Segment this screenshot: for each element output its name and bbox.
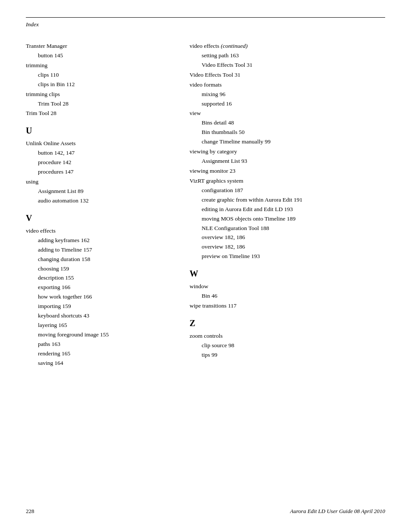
section-letter-v: V: [26, 213, 172, 223]
index-entry: editing in Aurora Edit and Edit LD 193: [190, 205, 385, 214]
index-entry: overview 182, 186: [190, 243, 385, 252]
index-entry: wipe transitions 117: [190, 302, 385, 311]
index-entry: video effects: [26, 227, 172, 236]
index-entry: Video Effects Tool 31: [190, 61, 385, 70]
index-entry: preview on Timeline 193: [190, 252, 385, 261]
section-letter-u: U: [26, 126, 172, 136]
index-entry: setting path 163: [190, 51, 385, 60]
index-entry: description 155: [26, 274, 172, 283]
index-entry: procedure 142: [26, 158, 172, 167]
index-entry: Bin 46: [190, 292, 385, 301]
index-entry: configuration 187: [190, 186, 385, 195]
section-letter-z: Z: [190, 318, 385, 328]
index-entry: changing duration 158: [26, 255, 172, 264]
index-entry: tips 99: [190, 351, 385, 360]
index-entry: zoom controls: [190, 332, 385, 341]
index-entry: change Timeline manually 99: [190, 137, 385, 146]
index-entry: rendering 165: [26, 349, 172, 358]
index-entry: importing 159: [26, 302, 172, 311]
index-entry: mixing 96: [190, 90, 385, 99]
index-entry: Assignment List 93: [190, 157, 385, 166]
index-entry: keyboard shortcuts 43: [26, 311, 172, 320]
index-entry: procedures 147: [26, 168, 172, 177]
index-entry: clips in Bin 112: [26, 80, 172, 89]
index-entry: window: [190, 282, 385, 291]
index-entry: Bins detail 48: [190, 118, 385, 128]
page-footer: 228 Aurora Edit LD User Guide 08 April 2…: [26, 508, 385, 515]
index-entry: adding to Timeline 157: [26, 246, 172, 255]
index-entry: paths 163: [26, 340, 172, 349]
index-entry: trimming clips: [26, 90, 172, 99]
index-entry: choosing 159: [26, 264, 172, 274]
index-entry: Transter Manager: [26, 42, 172, 51]
index-entry: using: [26, 177, 172, 187]
index-entry: create graphic from within Aurora Edit 1…: [190, 196, 385, 205]
index-entry: overview 182, 186: [190, 233, 385, 242]
index-entry: Assignment List 89: [26, 187, 172, 196]
index-entry: view: [190, 109, 385, 118]
index-entry: Bin thumbnails 50: [190, 128, 385, 137]
right-column: video effects (continued)setting path 16…: [190, 41, 385, 368]
index-entry: button 142, 147: [26, 149, 172, 158]
index-entry: clips 110: [26, 71, 172, 80]
index-entry: saving 164: [26, 359, 172, 368]
top-rule: [26, 17, 385, 18]
index-entry: Video Effects Tool 31: [190, 71, 385, 80]
index-entry: supported 16: [190, 100, 385, 109]
index-entry: NLE Configuration Tool 188: [190, 224, 385, 233]
index-entry: viewing monitor 23: [190, 167, 385, 176]
left-column: Transter Managerbutton 145trimmingclips …: [26, 41, 172, 368]
index-entry: video effects (continued): [190, 42, 385, 51]
index-entry: exporting 166: [26, 283, 172, 292]
page-header: Index: [26, 21, 385, 28]
index-entry: moving MOS objects onto Timeline 189: [190, 215, 385, 224]
index-entry: viewing by category: [190, 147, 385, 156]
index-entry: audio automation 132: [26, 196, 172, 205]
index-entry: button 145: [26, 51, 172, 60]
content-area: Transter Managerbutton 145trimmingclips …: [26, 41, 385, 368]
index-entry: video formats: [190, 81, 385, 90]
index-entry: clip source 98: [190, 341, 385, 350]
index-entry: trimming: [26, 61, 172, 70]
index-entry: VizRT graphics system: [190, 177, 385, 186]
index-entry: how work together 166: [26, 292, 172, 302]
index-entry: Unlink Online Assets: [26, 139, 172, 148]
page: Index Transter Managerbutton 145trimming…: [0, 0, 411, 532]
header-text: Index: [26, 21, 39, 28]
index-entry: Trim Tool 28: [26, 109, 172, 118]
index-entry: Trim Tool 28: [26, 100, 172, 109]
footer-guide-title: Aurora Edit LD User Guide 08 April 2010: [290, 508, 385, 515]
index-entry: adding keyframes 162: [26, 236, 172, 245]
footer-page-number: 228: [26, 508, 34, 515]
section-letter-w: W: [190, 269, 385, 279]
index-entry: moving foreground image 155: [26, 330, 172, 339]
index-entry: layering 165: [26, 321, 172, 330]
